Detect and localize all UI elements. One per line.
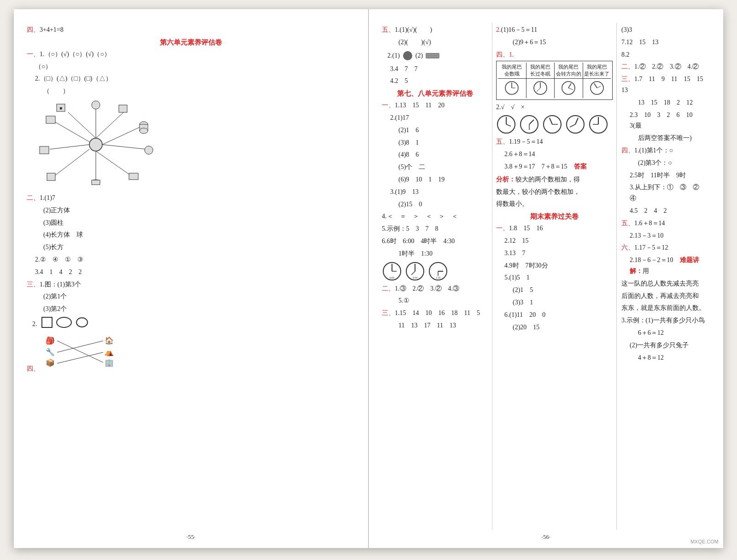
rc3-san3c: (2)一共有多少只兔子 xyxy=(621,340,710,351)
rc1-wu2: 2.(1) (2) xyxy=(387,50,488,62)
rc3-si4: 4.5 2 4 2 xyxy=(621,205,710,216)
rc2-analysis: 分析：较大的两个数相加，得 xyxy=(496,174,613,185)
svg-point-37 xyxy=(403,51,412,60)
unit6-er3: 3.4 1 4 2 2 xyxy=(27,267,355,278)
clocks-row: 6:00 4:30 1:30 xyxy=(382,261,488,281)
unit6-si: 四、 🎒 🔧 📦 🏠 ⛺ 🏢 xyxy=(27,334,355,374)
svg-text:6:00: 6:00 xyxy=(390,276,395,279)
rc3-san3: 3.示例：(1)一共有多少只小鸟 xyxy=(621,315,710,326)
svg-text:🎒: 🎒 xyxy=(46,336,55,345)
svg-line-64 xyxy=(597,86,601,88)
svg-line-8 xyxy=(54,149,89,176)
unit6-er1c: (3)圆柱 xyxy=(27,217,355,228)
svg-line-5 xyxy=(102,145,146,149)
rc1-wu3: 3.4 7 7 xyxy=(382,64,488,75)
rc2-q1b: (2)9＋6＝15 xyxy=(496,37,613,48)
u78-er: 二、1.③ 2.② 3.② 4.③ xyxy=(382,283,488,294)
svg-line-9 xyxy=(50,145,89,149)
rc2-analysis2: 数最大，较小的两个数相加， xyxy=(496,187,613,198)
unit6-q2-line: 2.（□）(△)（□）(□)（△） xyxy=(27,73,355,84)
unit6-er1d: (4)长方体 球 xyxy=(27,229,355,240)
svg-line-10 xyxy=(54,122,89,142)
svg-point-13 xyxy=(92,101,100,109)
right-col3: (3)3 7.12 15 13 8.2 二、1.② 2.② 3.② 4.② 三、… xyxy=(617,23,710,530)
qmok-yi5b: (2)1 5 xyxy=(496,285,613,296)
rc3-liu1: 六、1.17－5＝12 xyxy=(621,242,710,253)
qmok-yi2: 2.12 15 xyxy=(496,235,613,246)
rc3-san1: 三、1.7 11 9 11 15 15 13 xyxy=(621,74,710,96)
qmok-yi5c: (3)3 1 xyxy=(496,297,613,308)
rc3-q1: (3)3 xyxy=(621,24,710,35)
rc3-san3d: 4＋8＝12 xyxy=(621,352,710,363)
qmok-yi4: 4.9时 7时30分 xyxy=(496,260,613,271)
rc2-clocks xyxy=(496,114,613,134)
u78-yi2: 3.(1)9 13 xyxy=(382,187,488,198)
rc2-wu1: 五、1.19－5＝14 xyxy=(496,136,613,147)
rc3-wu2: 2.13－3＝10 xyxy=(621,230,710,241)
rc2-wu2: 2.6＋8＝14 xyxy=(496,149,613,160)
svg-point-17 xyxy=(140,128,148,134)
u78-liu: 6.6时 6:00 4时半 4:30 xyxy=(382,236,488,247)
svg-text:4:30: 4:30 xyxy=(413,276,418,279)
svg-text:■: ■ xyxy=(59,105,62,111)
rc3-si3: 3.从上到下：① ③ ② ④ xyxy=(621,182,710,204)
svg-line-31 xyxy=(57,341,103,362)
svg-line-3 xyxy=(96,112,123,138)
svg-text:⛺: ⛺ xyxy=(105,348,114,356)
unit6-er1b: (2)正方体 xyxy=(27,205,355,216)
rc3-si1b: (2)第3个：○ xyxy=(621,158,710,169)
page-right: 五、1.(1)(√)( ) (2)( )(√) 2.(1) (2) 3.4 7 … xyxy=(369,9,723,548)
svg-line-4 xyxy=(102,126,142,145)
svg-text:🏠: 🏠 xyxy=(105,336,114,345)
growth-table: 我的尾巴会数哦 我的尾巴长过冬眠 我的尾巴会转方向的 我的尾巴是长出来了 xyxy=(496,61,613,100)
rc2-analysis3: 得数最小。 xyxy=(496,198,613,210)
svg-line-58 xyxy=(537,88,540,92)
svg-rect-24 xyxy=(46,116,55,123)
qmok-title: 期末素养过关卷 xyxy=(496,212,613,221)
svg-point-26 xyxy=(57,317,71,327)
unit6-san2: 2. xyxy=(32,316,355,332)
rc3-q3: 8.2 xyxy=(621,49,710,60)
rc3-liu2: 2.18－6－2＝10 难题讲解：用 xyxy=(621,255,710,277)
right-columns: 五、1.(1)(√)( ) (2)( )(√) 2.(1) (2) 3.4 7 … xyxy=(382,23,710,530)
unit6-q1-cont: （○） xyxy=(27,61,355,72)
svg-rect-22 xyxy=(47,173,55,181)
right-col2: 2.(1)16－5＝11 (2)9＋6＝15 四、1. 我的尾巴会数哦 我的尾巴… xyxy=(492,23,617,530)
qmok-yi5: 5.(1)5 1 xyxy=(496,272,613,283)
rc3-si1: 四、1.(1)第1个：○ xyxy=(621,145,710,156)
svg-line-61 xyxy=(568,88,573,90)
rc3-liu2c: 后面的人数，再减去亮亮和 xyxy=(621,291,710,302)
u78-yi1g: (6)9 10 1 19 xyxy=(382,174,488,185)
rc1-wu4: 4.2 5 xyxy=(382,76,488,87)
svg-line-63 xyxy=(594,83,597,88)
u78-liu2: 1时半 1:30 xyxy=(382,248,488,259)
rc3-wu1: 五、1.6＋8＝14 xyxy=(621,218,710,229)
unit6-title: 第六单元素养评估卷 xyxy=(27,38,355,47)
unit6-san1b: (2)第1个 xyxy=(27,291,355,302)
rc2-q1: 2.(1)16－5＝11 xyxy=(496,24,613,35)
rc3-san3b: 6＋6＝12 xyxy=(621,327,710,338)
u78-san: 三、1.15 14 10 16 18 11 5 xyxy=(382,308,488,319)
rc3-liu2d: 东东，就是东东前面的人数。 xyxy=(621,303,710,314)
watermark: MXQE.COM xyxy=(690,539,719,544)
rc3-liu2b: 这一队的总人数先减去亮亮 xyxy=(621,278,710,289)
page-left: 四、3+4+1=8 第六单元素养评估卷 一、1.（○）(√)（○）(√)（○） … xyxy=(14,9,369,548)
rc3-san1b: 13 15 18 2 12 xyxy=(621,97,710,108)
unit6-san1: 三、1.图：(1)第3个 xyxy=(27,279,355,290)
rc1-wu1b: (2)( )(√) xyxy=(382,37,488,48)
u78-wu: 5.示例：5 3 7 8 xyxy=(382,223,488,234)
svg-line-6 xyxy=(96,151,133,177)
unit6-er2: 2.② ④ ① ③ xyxy=(27,254,355,265)
svg-line-32 xyxy=(57,341,103,352)
book-spread: 四、3+4+1=8 第六单元素养评估卷 一、1.（○）(√)（○）(√)（○） … xyxy=(14,9,723,548)
unit78-title: 第七、八单元素养评估卷 xyxy=(382,89,488,98)
svg-line-60 xyxy=(568,83,571,88)
u78-san2: 11 13 17 11 13 xyxy=(382,320,488,331)
svg-line-33 xyxy=(57,352,103,363)
unit6-q1-line: 一、1.（○）(√)（○）(√)（○） xyxy=(27,49,355,60)
svg-rect-25 xyxy=(42,317,52,327)
rc3-er1: 二、1.② 2.② 3.② 4.② xyxy=(621,61,710,72)
u78-yi1: 一、1.13 15 11 20 xyxy=(382,100,488,111)
svg-text:1:30: 1:30 xyxy=(436,276,441,279)
qmok-yi6b: (2)20 15 xyxy=(496,322,613,333)
